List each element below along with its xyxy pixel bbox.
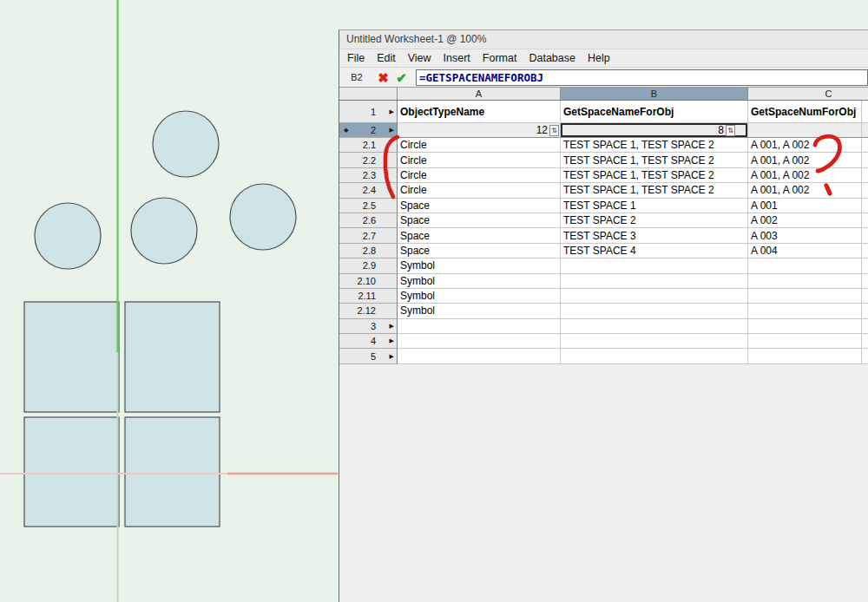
- database-sort-icon[interactable]: ⇅: [726, 125, 735, 136]
- menu-help[interactable]: Help: [582, 49, 616, 67]
- circle-shape-3[interactable]: [131, 198, 197, 264]
- cell-A-2.11[interactable]: Symbol: [398, 289, 561, 304]
- cell-B-2.9[interactable]: [561, 258, 748, 273]
- row-header-2.4[interactable]: 2.4: [339, 183, 398, 198]
- cell-B-5[interactable]: [561, 349, 748, 363]
- cell-C-2.11[interactable]: [748, 289, 862, 304]
- cell-C-2.8[interactable]: A 004: [748, 244, 862, 258]
- cell-C-2.4[interactable]: A 001, A 002: [748, 183, 862, 198]
- cell-C-2.2[interactable]: A 001, A 002: [748, 153, 862, 167]
- menu-format[interactable]: Format: [477, 49, 523, 67]
- row-header-2.11[interactable]: 2.11: [339, 289, 398, 304]
- column-header-A[interactable]: A: [398, 88, 561, 101]
- circle-shape-1[interactable]: [153, 111, 219, 177]
- cell-A-2.1[interactable]: Circle: [398, 138, 561, 153]
- worksheet-title-bar[interactable]: Untitled Worksheet-1 @ 100%: [339, 30, 868, 49]
- row-header-3[interactable]: 3▶: [339, 319, 398, 334]
- row-header-2.1[interactable]: 2.1: [339, 138, 398, 153]
- cell-B-2.3[interactable]: TEST SPACE 1, TEST SPACE 2: [561, 168, 748, 183]
- row-header-2.5[interactable]: 2.5: [339, 199, 398, 213]
- row-expand-arrow-icon[interactable]: ▶: [390, 323, 394, 330]
- sheet-rows: 1▶ObjectTypeNameGetSpaceNameForObjGetSpa…: [339, 101, 868, 364]
- menu-edit[interactable]: Edit: [371, 49, 402, 67]
- cell-C-2.12[interactable]: [748, 304, 862, 318]
- cell-B-2.6[interactable]: TEST SPACE 2: [561, 213, 748, 228]
- cell-A-2.6[interactable]: Space: [398, 213, 561, 228]
- cell-B-2.10[interactable]: [561, 274, 748, 289]
- cell-C-3[interactable]: [748, 319, 862, 334]
- column-header-C[interactable]: C: [748, 88, 868, 101]
- cell-C-2.3[interactable]: A 001, A 002: [748, 168, 862, 183]
- cell-A-2.3[interactable]: Circle: [398, 168, 561, 183]
- row-expand-arrow-icon[interactable]: ▶: [390, 108, 394, 115]
- drawing-canvas-area[interactable]: [0, 0, 339, 602]
- rectangle-shape-1[interactable]: [24, 302, 119, 412]
- rectangle-shape-3[interactable]: [24, 417, 119, 527]
- cell-A-2.5[interactable]: Space: [398, 199, 561, 213]
- cell-C-2.1[interactable]: A 001, A 002: [748, 138, 862, 153]
- cell-B-2.8[interactable]: TEST SPACE 4: [561, 244, 748, 258]
- cell-C-2.5[interactable]: A 001: [748, 199, 862, 213]
- row-header-2[interactable]: 2◆▶: [339, 123, 398, 138]
- row-expand-arrow-icon[interactable]: ▶: [390, 127, 394, 134]
- cell-C-4[interactable]: [748, 334, 862, 349]
- cell-A-2.12[interactable]: Symbol: [398, 304, 561, 318]
- cell-C-2.6[interactable]: A 002: [748, 213, 862, 228]
- row-header-2.3[interactable]: 2.3: [339, 168, 398, 183]
- cell-C-2.7[interactable]: A 003: [748, 228, 862, 243]
- cell-A-5[interactable]: [398, 349, 561, 363]
- cell-C-2.10[interactable]: [748, 274, 862, 289]
- cell-B-2.2[interactable]: TEST SPACE 1, TEST SPACE 2: [561, 153, 748, 167]
- menu-view[interactable]: View: [402, 49, 437, 67]
- row-header-2.6[interactable]: 2.6: [339, 213, 398, 228]
- cell-A-2.4[interactable]: Circle: [398, 183, 561, 198]
- circle-shape-2[interactable]: [35, 203, 101, 269]
- cell-B-2.4[interactable]: TEST SPACE 1, TEST SPACE 2: [561, 183, 748, 198]
- cell-B-2.7[interactable]: TEST SPACE 3: [561, 228, 748, 243]
- cell-C-2.9[interactable]: [748, 258, 862, 273]
- rectangle-shape-2[interactable]: [125, 302, 220, 412]
- cell-B-2.11[interactable]: [561, 289, 748, 304]
- formula-input[interactable]: =GETSPACENAMEFOROBJ: [416, 69, 868, 86]
- formula-accept-icon[interactable]: ✔: [392, 69, 411, 87]
- cell-B-1[interactable]: GetSpaceNameForObj: [561, 101, 748, 123]
- cell-C-2[interactable]: [748, 123, 862, 138]
- row-header-2.12[interactable]: 2.12: [339, 304, 398, 318]
- menu-file[interactable]: File: [341, 49, 371, 67]
- row-header-2.8[interactable]: 2.8: [339, 244, 398, 258]
- row-expand-arrow-icon[interactable]: ▶: [390, 353, 394, 360]
- cell-A-4[interactable]: [398, 334, 561, 349]
- row-expand-arrow-icon[interactable]: ▶: [390, 337, 394, 344]
- cell-A-2.8[interactable]: Space: [398, 244, 561, 258]
- formula-cancel-icon[interactable]: ✖: [374, 69, 392, 87]
- cell-A-2[interactable]: 12⇅: [398, 123, 561, 138]
- database-sort-icon[interactable]: ⇅: [549, 125, 559, 136]
- cell-B-2[interactable]: 8⇅: [561, 123, 748, 138]
- cell-B-2.1[interactable]: TEST SPACE 1, TEST SPACE 2: [561, 138, 748, 153]
- rectangle-shape-4[interactable]: [125, 417, 220, 527]
- cell-A-2.7[interactable]: Space: [398, 228, 561, 243]
- row-header-2.10[interactable]: 2.10: [339, 274, 398, 289]
- cell-B-4[interactable]: [561, 334, 748, 349]
- cell-C-1[interactable]: GetSpaceNumForObj: [748, 101, 862, 123]
- column-header-B[interactable]: B: [561, 88, 748, 101]
- row-header-4[interactable]: 4▶: [339, 334, 398, 349]
- cell-A-2.9[interactable]: Symbol: [398, 258, 561, 273]
- cell-A-3[interactable]: [398, 319, 561, 334]
- menu-database[interactable]: Database: [523, 49, 582, 67]
- cell-A-2.2[interactable]: Circle: [398, 153, 561, 167]
- cell-B-3[interactable]: [561, 319, 748, 334]
- cell-A-2.10[interactable]: Symbol: [398, 274, 561, 289]
- cell-B-2.12[interactable]: [561, 304, 748, 318]
- row-header-2.9[interactable]: 2.9: [339, 258, 398, 273]
- row-header-2.2[interactable]: 2.2: [339, 153, 398, 167]
- corner-cell[interactable]: [339, 88, 398, 101]
- row-header-1[interactable]: 1▶: [339, 101, 398, 123]
- circle-shape-4[interactable]: [230, 184, 296, 250]
- row-header-2.7[interactable]: 2.7: [339, 228, 398, 243]
- menu-insert[interactable]: Insert: [437, 49, 477, 67]
- cell-C-5[interactable]: [748, 349, 862, 363]
- cell-A-1[interactable]: ObjectTypeName: [398, 101, 561, 123]
- cell-B-2.5[interactable]: TEST SPACE 1: [561, 199, 748, 213]
- row-header-5[interactable]: 5▶: [339, 349, 398, 363]
